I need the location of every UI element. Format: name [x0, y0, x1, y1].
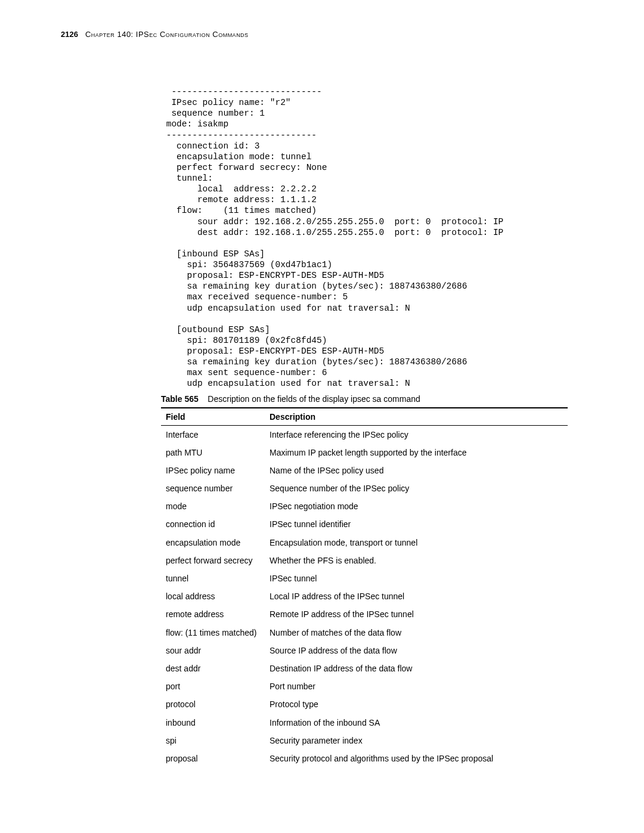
field-cell: flow: (11 times matched) [161, 624, 265, 642]
page-number: 2126 [61, 30, 78, 39]
field-cell: sour addr [161, 642, 265, 659]
desc-cell: Local IP address of the IPSec tunnel [265, 587, 568, 605]
table-row: remote addressRemote IP address of the I… [161, 605, 568, 623]
desc-cell: Port number [265, 677, 568, 695]
main-content: ----------------------------- IPsec poli… [161, 86, 568, 767]
col-header-desc: Description [265, 408, 568, 426]
field-cell: path MTU [161, 444, 265, 462]
desc-cell: Information of the inbound SA [265, 714, 568, 732]
table-row: perfect forward secrecyWhether the PFS i… [161, 552, 568, 569]
desc-cell: Protocol type [265, 695, 568, 713]
field-cell: tunnel [161, 569, 265, 587]
table-row: local addressLocal IP address of the IPS… [161, 587, 568, 605]
table-row: dest addrDestination IP address of the d… [161, 659, 568, 677]
desc-cell: IPSec negotiation mode [265, 497, 568, 515]
table-header-row: Field Description [161, 408, 568, 426]
table-row: path MTUMaximum IP packet length support… [161, 444, 568, 462]
desc-cell: Whether the PFS is enabled. [265, 552, 568, 569]
col-header-field: Field [161, 408, 265, 426]
field-cell: perfect forward secrecy [161, 552, 265, 569]
field-cell: port [161, 677, 265, 695]
desc-cell: Maximum IP packet length supported by th… [265, 444, 568, 462]
field-cell: inbound [161, 714, 265, 732]
page-header: 2126 Chapter 140: IPSec Configuration Co… [61, 30, 608, 39]
field-cell: IPSec policy name [161, 462, 265, 479]
table-row: tunnelIPSec tunnel [161, 569, 568, 587]
table-row: encapsulation modeEncapsulation mode, tr… [161, 534, 568, 552]
table-row: sequence numberSequence number of the IP… [161, 479, 568, 497]
field-cell: protocol [161, 695, 265, 713]
table-row: inboundInformation of the inbound SA [161, 714, 568, 732]
desc-cell: Number of matches of the data flow [265, 624, 568, 642]
table-caption-text: Description on the fields of the display… [208, 394, 420, 404]
table-row: portPort number [161, 677, 568, 695]
table-row: spiSecurity parameter index [161, 732, 568, 750]
chapter-title: Chapter 140: IPSec Configuration Command… [85, 30, 249, 39]
field-cell: spi [161, 732, 265, 750]
field-cell: sequence number [161, 479, 265, 497]
table-row: modeIPSec negotiation mode [161, 497, 568, 515]
document-page: 2126 Chapter 140: IPSec Configuration Co… [0, 0, 644, 833]
field-description-table: Field Description InterfaceInterface ref… [161, 407, 568, 768]
desc-cell: Encapsulation mode, transport or tunnel [265, 534, 568, 552]
desc-cell: Security protocol and algorithms used by… [265, 750, 568, 767]
desc-cell: IPSec tunnel [265, 569, 568, 587]
desc-cell: IPSec tunnel identifier [265, 515, 568, 533]
desc-cell: Name of the IPSec policy used [265, 462, 568, 479]
table-row: InterfaceInterface referencing the IPSec… [161, 425, 568, 444]
field-cell: Interface [161, 425, 265, 444]
field-cell: dest addr [161, 659, 265, 677]
field-cell: proposal [161, 750, 265, 767]
table-row: sour addrSource IP address of the data f… [161, 642, 568, 659]
desc-cell: Security parameter index [265, 732, 568, 750]
table-number: Table 565 [161, 394, 199, 404]
table-caption: Table 565 Description on the fields of t… [161, 394, 568, 404]
field-cell: mode [161, 497, 265, 515]
table-row: connection idIPSec tunnel identifier [161, 515, 568, 533]
field-cell: local address [161, 587, 265, 605]
field-cell: remote address [161, 605, 265, 623]
field-cell: encapsulation mode [161, 534, 265, 552]
table-row: IPSec policy nameName of the IPSec polic… [161, 462, 568, 479]
desc-cell: Destination IP address of the data flow [265, 659, 568, 677]
desc-cell: Remote IP address of the IPSec tunnel [265, 605, 568, 623]
table-row: proposalSecurity protocol and algorithms… [161, 750, 568, 767]
desc-cell: Source IP address of the data flow [265, 642, 568, 659]
desc-cell: Interface referencing the IPSec policy [265, 425, 568, 444]
table-row: flow: (11 times matched)Number of matche… [161, 624, 568, 642]
table-row: protocolProtocol type [161, 695, 568, 713]
code-output: ----------------------------- IPsec poli… [161, 86, 568, 389]
field-cell: connection id [161, 515, 265, 533]
desc-cell: Sequence number of the IPSec policy [265, 479, 568, 497]
